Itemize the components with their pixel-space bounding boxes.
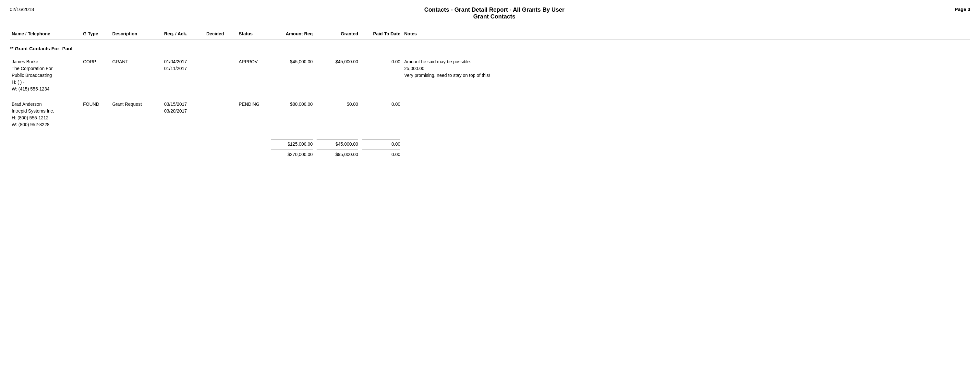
ack-date: 03/20/2017 bbox=[164, 108, 202, 114]
col-decided: Decided bbox=[204, 30, 237, 38]
granted-value: $0.00 bbox=[315, 101, 360, 108]
dates-value: 01/04/2017 01/11/2017 bbox=[162, 59, 204, 72]
report-date: 02/16/2018 bbox=[10, 6, 34, 12]
g-type-value: FOUND bbox=[81, 101, 110, 108]
ack-date: 01/11/2017 bbox=[164, 65, 202, 72]
contact-name: James Burke bbox=[12, 59, 79, 65]
col-g-type: G Type bbox=[81, 30, 110, 38]
grand-totals-row: $270,000.00 $95,000.00 0.00 bbox=[10, 151, 970, 158]
title-block: Contacts - Grant Detail Report - All Gra… bbox=[34, 6, 955, 20]
section-header: ** Grant Contacts For: Paul bbox=[10, 46, 970, 51]
col-name-telephone: Name / Telephone bbox=[10, 30, 81, 38]
col-notes: Notes bbox=[402, 30, 970, 38]
col-paid-to-date: Paid To Date bbox=[360, 30, 402, 38]
g-type-value: CORP bbox=[81, 59, 110, 65]
page-number: Page 3 bbox=[955, 6, 970, 12]
contact-phone-w: W: (415) 555-1234 bbox=[12, 86, 79, 92]
paid-to-date-value: 0.00 bbox=[360, 101, 402, 108]
contact-phone-h: H: ( ) - bbox=[12, 79, 79, 86]
separator-row bbox=[10, 137, 970, 140]
report-title-sub: Grant Contacts bbox=[34, 13, 955, 20]
grand-total-paid-to-date: 0.00 bbox=[360, 152, 402, 157]
subtotal-amount-req: $125,000.00 bbox=[269, 141, 315, 147]
contact-phone-w: W: (800) 952-8228 bbox=[12, 121, 79, 128]
subtotal-granted: $45,000.00 bbox=[315, 141, 360, 147]
contact-org: Intrepid Systems Inc. bbox=[12, 108, 79, 114]
table-row: Brad Anderson Intrepid Systems Inc. H: (… bbox=[10, 98, 970, 131]
paid-to-date-value: 0.00 bbox=[360, 59, 402, 65]
table-row: James Burke The Corporation ForPublic Br… bbox=[10, 56, 970, 95]
col-granted: Granted bbox=[315, 30, 360, 38]
col-status: Status bbox=[237, 30, 269, 38]
contact-org: The Corporation ForPublic Broadcasting bbox=[12, 65, 79, 79]
grand-total-amount-req: $270,000.00 bbox=[269, 152, 315, 157]
granted-value: $45,000.00 bbox=[315, 59, 360, 65]
contact-name-block: James Burke The Corporation ForPublic Br… bbox=[10, 59, 81, 92]
dates-value: 03/15/2017 03/20/2017 bbox=[162, 101, 204, 114]
contact-name-block: Brad Anderson Intrepid Systems Inc. H: (… bbox=[10, 101, 81, 128]
double-separator-row bbox=[10, 148, 970, 151]
status-value: PENDING bbox=[237, 101, 269, 108]
req-date: 03/15/2017 bbox=[164, 101, 202, 108]
col-req-ack: Req. / Ack. bbox=[162, 30, 204, 38]
description-value: GRANT bbox=[110, 59, 162, 65]
table-header: Name / Telephone G Type Description Req.… bbox=[10, 30, 970, 40]
description-value: Grant Request bbox=[110, 101, 162, 108]
subtotals-row: $125,000.00 $45,000.00 0.00 bbox=[10, 140, 970, 148]
col-amount-req: Amount Req bbox=[269, 30, 315, 38]
status-value: APPROV bbox=[237, 59, 269, 65]
notes-value: Amount he said may be possible:25,000.00… bbox=[402, 59, 970, 79]
req-date: 01/04/2017 bbox=[164, 59, 202, 65]
amount-req-value: $45,000.00 bbox=[269, 59, 315, 65]
page-header: 02/16/2018 Contacts - Grant Detail Repor… bbox=[10, 6, 970, 20]
subtotal-paid-to-date: 0.00 bbox=[360, 141, 402, 147]
contact-phone-h: H: (800) 555-1212 bbox=[12, 114, 79, 121]
amount-req-value: $80,000.00 bbox=[269, 101, 315, 108]
grand-total-granted: $95,000.00 bbox=[315, 152, 360, 157]
report-title-main: Contacts - Grant Detail Report - All Gra… bbox=[34, 6, 955, 13]
col-description: Description bbox=[110, 30, 162, 38]
subtotals-section: $125,000.00 $45,000.00 0.00 $270,000.00 … bbox=[10, 137, 970, 158]
contact-name: Brad Anderson bbox=[12, 101, 79, 108]
